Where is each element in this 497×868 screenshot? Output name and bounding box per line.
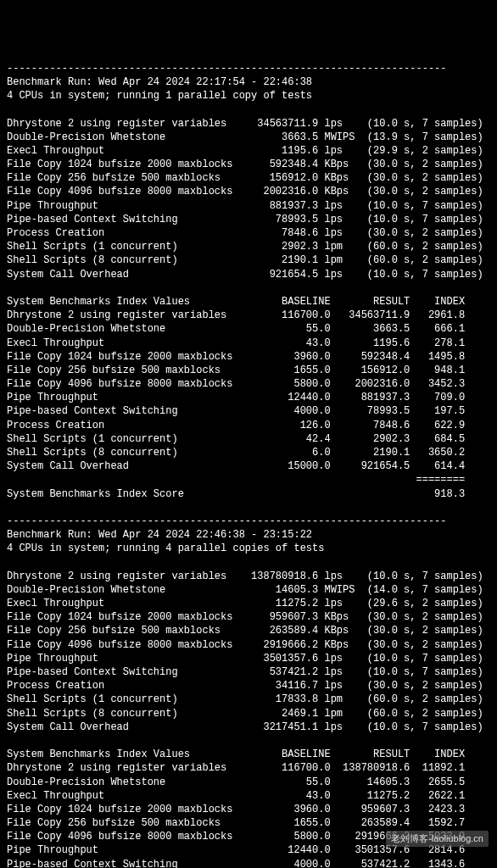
terminal-line: File Copy 256 bufsize 500 maxblocks 1569… (7, 171, 490, 185)
terminal-line: Shell Scripts (8 concurrent) 2469.1 lpm … (7, 707, 490, 721)
terminal-line: Process Creation 7848.6 lps (30.0 s, 2 s… (7, 226, 490, 240)
terminal-line: ======== (7, 473, 490, 487)
terminal-line: Dhrystone 2 using register variables 116… (7, 761, 490, 775)
terminal-line: System Benchmarks Index Score 918.3 (7, 487, 490, 501)
terminal-line: Execl Throughput 43.0 1195.6 278.1 (7, 337, 490, 350)
terminal-line: System Call Overhead 3217451.1 lps (10.0… (7, 721, 490, 734)
terminal-line: Double-Precision Whetstone 3663.5 MWIPS … (7, 131, 490, 144)
terminal-line: Dhrystone 2 using register variables 138… (7, 570, 490, 583)
terminal-line: Execl Throughput 1195.6 lps (29.9 s, 2 s… (7, 144, 490, 158)
terminal-line: 4 CPUs in system; running 4 parallel cop… (7, 542, 490, 555)
terminal-line (7, 556, 490, 570)
terminal-line: File Copy 256 bufsize 500 maxblocks 1655… (7, 364, 490, 377)
terminal-line: Shell Scripts (1 concurrent) 42.4 2902.3… (7, 432, 490, 446)
terminal-line (7, 501, 490, 515)
terminal-line: Shell Scripts (1 concurrent) 17833.8 lpm… (7, 693, 490, 706)
terminal-line: Dhrystone 2 using register variables 345… (7, 117, 490, 131)
terminal-line: System Call Overhead 921654.5 lps (10.0 … (7, 268, 490, 281)
terminal-line: System Call Overhead 15000.0 921654.5 61… (7, 459, 490, 473)
terminal-line: Shell Scripts (1 concurrent) 2902.3 lpm … (7, 240, 490, 253)
terminal-line: File Copy 4096 bufsize 8000 maxblocks 20… (7, 185, 490, 198)
terminal-line: System Benchmarks Index Values BASELINE … (7, 748, 490, 761)
terminal-line: ----------------------------------------… (7, 515, 490, 528)
terminal-line: Benchmark Run: Wed Apr 24 2024 22:17:54 … (7, 75, 490, 89)
terminal-line: Double-Precision Whetstone 14605.3 MWIPS… (7, 583, 490, 597)
terminal-line (7, 281, 490, 295)
terminal-line: Pipe-based Context Switching 78993.5 lps… (7, 213, 490, 226)
terminal-line: ----------------------------------------… (7, 62, 490, 75)
terminal-line: File Copy 4096 bufsize 8000 maxblocks 29… (7, 638, 490, 652)
terminal-line: File Copy 1024 bufsize 2000 maxblocks 39… (7, 350, 490, 364)
terminal-line (7, 734, 490, 748)
terminal-line: Execl Throughput 43.0 11275.2 2622.1 (7, 789, 490, 803)
terminal-line: File Copy 1024 bufsize 2000 maxblocks 39… (7, 803, 490, 816)
terminal-line: Pipe-based Context Switching 4000.0 5374… (7, 858, 490, 868)
terminal-line: System Benchmarks Index Values BASELINE … (7, 295, 490, 309)
watermark: 老刘博客-laoliublog.cn (386, 831, 489, 847)
terminal-line (7, 103, 490, 116)
terminal-line: Benchmark Run: Wed Apr 24 2024 22:46:38 … (7, 528, 490, 542)
terminal-line: Double-Precision Whetstone 55.0 14605.3 … (7, 776, 490, 789)
terminal-line: Pipe Throughput 881937.3 lps (10.0 s, 7 … (7, 199, 490, 213)
terminal-line: Process Creation 126.0 7848.6 622.9 (7, 419, 490, 432)
terminal-line: Pipe Throughput 12440.0 881937.3 709.0 (7, 391, 490, 404)
terminal-output: ----------------------------------------… (7, 62, 490, 868)
terminal-line: Shell Scripts (8 concurrent) 6.0 2190.1 … (7, 446, 490, 459)
terminal-line: File Copy 1024 bufsize 2000 maxblocks 95… (7, 610, 490, 624)
terminal-line: File Copy 1024 bufsize 2000 maxblocks 59… (7, 158, 490, 171)
terminal-line: Shell Scripts (8 concurrent) 2190.1 lpm … (7, 253, 490, 267)
terminal-line: File Copy 256 bufsize 500 maxblocks 1655… (7, 816, 490, 830)
terminal-line: Dhrystone 2 using register variables 116… (7, 309, 490, 322)
terminal-line: 4 CPUs in system; running 1 parallel cop… (7, 89, 490, 103)
terminal-line: Double-Precision Whetstone 55.0 3663.5 6… (7, 322, 490, 336)
terminal-line: Pipe-based Context Switching 537421.2 lp… (7, 665, 490, 679)
terminal-line: File Copy 4096 bufsize 8000 maxblocks 58… (7, 377, 490, 391)
terminal-line: Process Creation 34116.7 lps (30.0 s, 2 … (7, 679, 490, 693)
terminal-line: Pipe Throughput 3501357.6 lps (10.0 s, 7… (7, 652, 490, 665)
terminal-line: Execl Throughput 11275.2 lps (29.6 s, 2 … (7, 597, 490, 610)
terminal-line: Pipe-based Context Switching 4000.0 7899… (7, 404, 490, 418)
terminal-line: File Copy 256 bufsize 500 maxblocks 2635… (7, 624, 490, 637)
